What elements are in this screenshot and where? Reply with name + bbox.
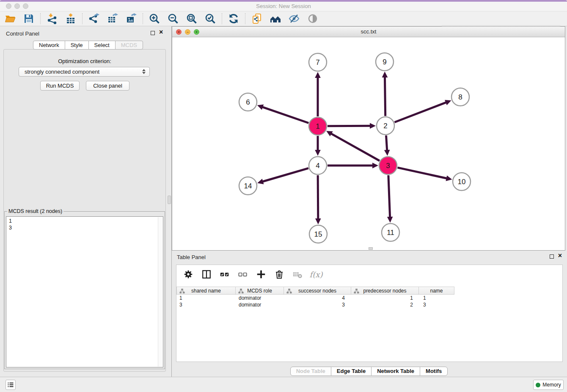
control-panel-float-icon[interactable] xyxy=(151,31,155,35)
graph-edge-2-9[interactable] xyxy=(382,72,388,116)
column-header-MCDS-role[interactable]: MCDS role xyxy=(235,287,284,295)
tree-icon xyxy=(354,288,359,294)
save-session-icon[interactable] xyxy=(23,13,35,25)
import-network-icon[interactable] xyxy=(46,13,58,25)
home-icon[interactable] xyxy=(270,13,281,25)
graph-node-7[interactable]: 7 xyxy=(309,53,327,71)
network-view-window: ✕ − + scc.txt 7968124314101511 xyxy=(172,26,565,251)
overview-eye-icon[interactable] xyxy=(307,13,319,25)
graph-node-9[interactable]: 9 xyxy=(376,53,394,71)
table-row[interactable]: 1dominator411 xyxy=(177,295,457,301)
graph-edge-4-14[interactable] xyxy=(257,168,308,184)
table-cell[interactable]: 3 xyxy=(177,301,236,308)
run-mcds-button[interactable]: Run MCDS xyxy=(40,81,80,91)
table-cell[interactable]: dominator xyxy=(236,301,285,308)
tab-select[interactable]: Select xyxy=(88,41,116,50)
mcds-result-text[interactable]: 13 xyxy=(6,216,163,367)
network-canvas[interactable]: 7968124314101511 xyxy=(172,37,565,250)
function-builder-label: f(x) xyxy=(310,270,323,279)
criterion-select[interactable]: strongly connected component xyxy=(19,67,150,77)
graph-edge-2-8[interactable] xyxy=(394,100,451,122)
close-panel-button[interactable]: Close panel xyxy=(86,81,129,91)
column-header-shared-name[interactable]: shared name xyxy=(176,287,236,295)
table-cell[interactable]: 4 xyxy=(285,295,352,301)
hide-details-icon[interactable] xyxy=(288,13,300,25)
graph-node-14[interactable]: 14 xyxy=(239,177,257,195)
network-window-titlebar[interactable]: ✕ − + scc.txt xyxy=(172,27,565,37)
arrowhead-icon xyxy=(315,72,321,78)
graph-edge-1-6[interactable] xyxy=(257,105,309,123)
zoom-selected-icon[interactable] xyxy=(204,13,216,25)
table-cell[interactable]: 2 xyxy=(352,301,421,308)
gear-icon[interactable] xyxy=(182,268,194,280)
graph-edge-1-4[interactable] xyxy=(315,136,321,156)
graph-edge-3-11[interactable] xyxy=(387,175,393,223)
graph-node-1[interactable]: 1 xyxy=(309,117,327,135)
clone-network-icon[interactable] xyxy=(251,13,263,25)
graph-node-15[interactable]: 15 xyxy=(309,225,327,243)
graph-edge-3-10[interactable] xyxy=(397,168,452,181)
memory-button[interactable]: Memory xyxy=(533,380,564,390)
graph-edge-3-1[interactable] xyxy=(326,131,380,161)
delete-table-icon[interactable] xyxy=(292,268,303,280)
table-row[interactable]: 3dominator323 xyxy=(177,301,457,308)
graph-edge-4-3[interactable] xyxy=(328,163,378,168)
control-panel-close-icon[interactable]: × xyxy=(159,30,163,34)
zoom-in-icon[interactable] xyxy=(149,13,160,25)
tab-node-table[interactable]: Node Table xyxy=(290,367,331,376)
tab-network[interactable]: Network xyxy=(33,41,65,50)
import-table-icon[interactable] xyxy=(65,13,77,25)
export-table-icon[interactable] xyxy=(107,13,118,25)
tab-network-table[interactable]: Network Table xyxy=(371,367,420,376)
canvas-scroll-handle[interactable] xyxy=(369,247,373,250)
column-header-name[interactable]: name xyxy=(418,287,454,295)
graph-node-8[interactable]: 8 xyxy=(451,88,469,106)
tab-mcds[interactable]: MCDS xyxy=(115,41,143,50)
task-history-button[interactable] xyxy=(6,380,16,390)
zoom-out-icon[interactable] xyxy=(167,13,179,25)
table-panel-close-icon[interactable]: × xyxy=(558,254,562,258)
arrowhead-icon xyxy=(384,150,390,156)
graph-edge-2-3[interactable] xyxy=(384,135,390,156)
toolbar-separator xyxy=(143,13,143,24)
open-file-icon[interactable] xyxy=(4,13,16,25)
graph-node-10[interactable]: 10 xyxy=(453,173,471,190)
graph-edge-4-15[interactable] xyxy=(315,175,321,224)
select-all-icon[interactable] xyxy=(219,268,231,280)
table-cell[interactable]: 1 xyxy=(352,295,421,301)
graph-edge-1-7[interactable] xyxy=(315,72,321,116)
zoom-fit-icon[interactable] xyxy=(186,13,198,25)
toolbar-separator xyxy=(40,13,41,24)
table-panel-float-icon[interactable] xyxy=(550,254,554,259)
refresh-icon[interactable] xyxy=(228,13,239,25)
status-bar: Memory xyxy=(0,377,567,392)
graph-node-3[interactable]: 3 xyxy=(379,157,397,174)
graph-node-11[interactable]: 11 xyxy=(382,224,399,241)
table-cell[interactable]: 3 xyxy=(285,301,352,308)
result-scrollbar[interactable] xyxy=(158,217,162,367)
export-image-icon[interactable] xyxy=(125,13,137,25)
table-cell[interactable]: 1 xyxy=(177,295,236,301)
table-tabs: Node TableEdge TableNetwork TableMotifs xyxy=(172,367,566,376)
delete-row-icon[interactable] xyxy=(273,268,285,280)
graph-node-6[interactable]: 6 xyxy=(239,93,257,111)
panel-divider-handle[interactable] xyxy=(168,196,171,204)
table-cell[interactable]: 3 xyxy=(421,301,457,308)
graph-node-4[interactable]: 4 xyxy=(309,157,327,174)
add-row-icon[interactable] xyxy=(255,268,267,280)
table-cell[interactable]: 1 xyxy=(421,295,457,301)
table-cell[interactable]: dominator xyxy=(236,295,285,301)
toolbar-separator xyxy=(82,13,83,24)
tab-style[interactable]: Style xyxy=(65,41,89,50)
column-header-successor-nodes[interactable]: successor nodes xyxy=(284,287,351,295)
split-panel-icon[interactable] xyxy=(201,268,212,280)
graph-edge-1-2[interactable] xyxy=(328,123,376,129)
deselect-all-icon[interactable] xyxy=(237,268,249,280)
tab-motifs[interactable]: Motifs xyxy=(420,367,448,376)
graph-node-2[interactable]: 2 xyxy=(377,117,394,135)
export-network-icon[interactable] xyxy=(88,13,100,25)
function-builder-icon[interactable]: f(x) xyxy=(310,268,322,280)
arrowhead-icon xyxy=(372,163,378,168)
column-header-predecessor-nodes[interactable]: predecessor nodes xyxy=(351,287,419,295)
tab-edge-table[interactable]: Edge Table xyxy=(331,367,372,376)
